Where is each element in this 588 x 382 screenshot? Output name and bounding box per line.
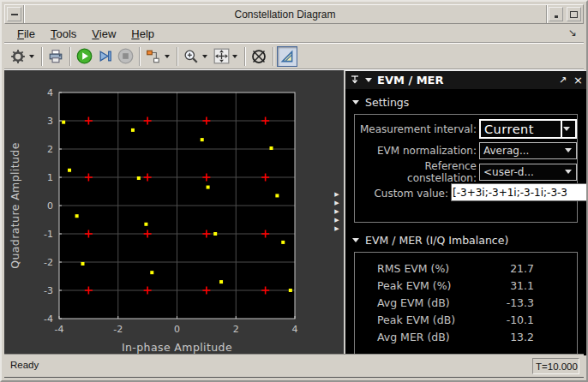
svg-text:0: 0 [47, 200, 53, 212]
fit-to-view-button[interactable] [211, 46, 231, 67]
custom-value-label: Custom value: [355, 188, 448, 200]
svg-text:In-phase Amplitude: In-phase Amplitude [122, 341, 232, 354]
svg-text:4: 4 [292, 324, 298, 335]
constellation-plot: -4-2024-4-3-2-101234In-phase AmplitudeQu… [4, 70, 344, 355]
menu-view[interactable]: View [84, 26, 123, 42]
settings-section-header[interactable]: Settings [345, 90, 588, 112]
measurement-interval-row: Measurement interval: Current [355, 118, 577, 140]
printer-icon [48, 49, 63, 64]
signal-selector-button[interactable] [143, 46, 164, 67]
splitter-arrow-icon: ▶ [334, 226, 339, 232]
evm-normalization-row: EVM normalization: Averag... [355, 140, 577, 161]
settings-gear-button[interactable] [8, 46, 28, 67]
evm-normalization-label: EVM normalization: [355, 145, 477, 157]
constellation-diagram-window: Constellation Diagram File Tools View He… [0, 0, 588, 382]
measurements-icon [279, 49, 295, 64]
svg-text:-2: -2 [44, 257, 53, 268]
svg-text:-3: -3 [44, 285, 53, 296]
evm-mer-panel: EVM / MER ↗ × Settings Measurement inter… [344, 70, 588, 355]
menu-tools[interactable]: Tools [43, 26, 84, 42]
toolbar [4, 44, 584, 69]
stop-button[interactable] [115, 46, 135, 67]
svg-text:-2: -2 [113, 324, 123, 335]
panel-collapse-icon[interactable] [365, 78, 372, 82]
svg-text:Quadrature Amplitude: Quadrature Amplitude [9, 142, 21, 269]
reference-constellation-row: Reference constellation: <user-d... [355, 161, 577, 182]
signal-selector-dropdown-arrow[interactable] [165, 55, 170, 58]
minimize-button[interactable] [549, 7, 563, 21]
avg-mer-db-row: Avg MER (dB) 13.2 [355, 328, 577, 345]
title-bar: Constellation Diagram [4, 4, 584, 24]
constellation-scope-button[interactable] [249, 46, 269, 67]
maximize-button[interactable] [567, 7, 581, 21]
collapse-triangle-icon [352, 100, 359, 104]
window-menu-icon [11, 14, 18, 15]
status-text: Ready [10, 360, 39, 370]
minimize-icon [555, 15, 558, 18]
print-button[interactable] [45, 46, 66, 67]
stop-icon [117, 48, 134, 64]
menu-bar: File Tools View Help ↘ [4, 25, 584, 43]
fit-to-view-icon [213, 48, 230, 64]
splitter-arrow-icon: ▶ [334, 192, 339, 198]
window-title: Constellation Diagram [24, 9, 546, 21]
play-icon [76, 48, 93, 64]
undock-icon[interactable]: ↗ [559, 75, 567, 86]
simulation-time: T=10.000 [536, 361, 578, 372]
custom-value-input[interactable] [451, 183, 588, 201]
rms-evm-value: 21.7 [491, 262, 577, 275]
rms-evm-row: RMS EVM (%) 21.7 [355, 260, 577, 277]
panel-title: EVM / MER [377, 74, 552, 87]
avg-evm-db-value: -13.3 [491, 296, 577, 309]
avg-mer-db-value: 13.2 [491, 331, 577, 343]
zoom-in-button[interactable] [181, 46, 201, 67]
fit-to-view-dropdown-arrow[interactable] [232, 55, 237, 58]
chevron-down-icon [563, 127, 570, 131]
settings-group: Measurement interval: Current EVM normal… [354, 114, 578, 223]
evm-normalization-combo[interactable]: Averag... [479, 142, 577, 159]
reference-constellation-label: Reference constellation: [355, 160, 477, 184]
measurement-interval-combo[interactable]: Current [479, 119, 577, 139]
evm-mer-section-label: EVM / MER (I/Q Imbalance) [365, 234, 508, 247]
svg-text:0: 0 [174, 324, 180, 335]
menu-file[interactable]: File [9, 26, 43, 42]
avg-evm-db-row: Avg EVM (dB) -13.3 [355, 294, 577, 311]
evm-mer-section-header[interactable]: EVM / MER (I/Q Imbalance) [345, 228, 588, 250]
svg-text:-1: -1 [44, 229, 53, 240]
step-forward-icon [97, 48, 113, 64]
splitter-arrow-icon: ▶ [334, 200, 339, 206]
chevron-down-icon [565, 148, 572, 152]
splitter-arrow-icon: ▶ [334, 209, 339, 215]
gear-icon [10, 49, 26, 64]
constellation-icon [250, 48, 267, 65]
simulation-time-box: T=10.000 [532, 358, 579, 374]
status-bar: Ready T=10.000 [4, 354, 584, 378]
peak-evm-pct-row: Peak EVM (%) 31.1 [355, 277, 577, 294]
zoom-in-icon [183, 49, 199, 64]
splitter-arrow-icon: ▶ [334, 218, 339, 224]
measurements-group: RMS EVM (%) 21.7 Peak EVM (%) 31.1 Avg E… [354, 252, 578, 356]
svg-text:2: 2 [233, 324, 239, 335]
settings-section-label: Settings [365, 96, 409, 109]
svg-text:2: 2 [47, 144, 53, 155]
menubar-grip-icon: ↘ [568, 27, 577, 39]
reference-constellation-combo[interactable]: <user-d... [479, 164, 577, 181]
zoom-dropdown-arrow[interactable] [202, 55, 207, 58]
custom-value-row: Custom value: [355, 182, 577, 204]
collapse-triangle-icon [352, 238, 359, 242]
settings-dropdown-arrow[interactable] [29, 55, 34, 58]
step-forward-button[interactable] [94, 46, 115, 67]
panel-splitter-handle[interactable]: ▶ ▶ ▶ ▶ ▶ [332, 192, 342, 232]
measurements-button[interactable] [277, 46, 297, 67]
pin-icon[interactable] [351, 75, 359, 85]
menu-help[interactable]: Help [123, 26, 162, 42]
peak-evm-db-value: -10.1 [491, 313, 577, 326]
peak-evm-pct-value: 31.1 [491, 279, 577, 292]
chevron-down-icon [565, 170, 572, 174]
content-area: -4-2024-4-3-2-101234In-phase AmplitudeQu… [4, 70, 584, 355]
close-icon[interactable]: × [573, 74, 583, 87]
svg-text:4: 4 [47, 87, 53, 98]
window-menu-button[interactable] [7, 7, 21, 21]
run-button[interactable] [74, 46, 94, 67]
evm-panel-header: EVM / MER ↗ × [345, 70, 588, 90]
